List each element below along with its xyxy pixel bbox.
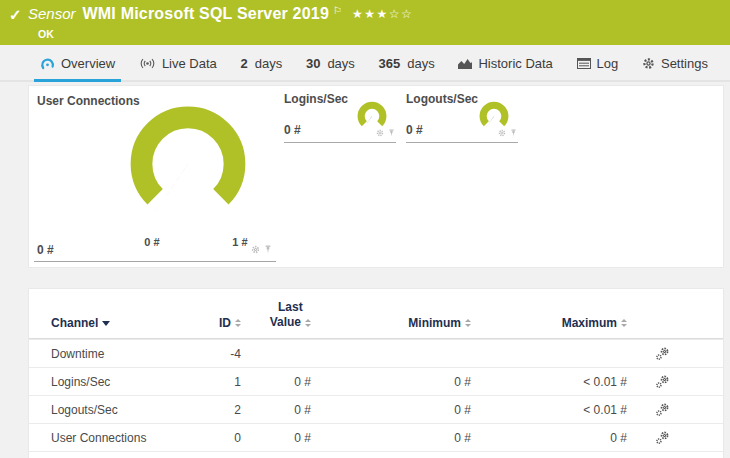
- column-header-id[interactable]: ID: [201, 316, 241, 330]
- log-list-icon: [577, 58, 591, 69]
- gauge-title: Logouts/Sec: [406, 92, 478, 106]
- gauge-title: User Connections: [37, 94, 140, 108]
- channel-last-value: 0 #: [241, 403, 311, 417]
- channel-maximum: < 0.01 #: [471, 403, 627, 417]
- channel-maximum: 0 #: [471, 431, 627, 445]
- channel-minimum: 0 #: [311, 403, 471, 417]
- tab-log[interactable]: Log: [571, 47, 625, 80]
- channel-name: User Connections: [51, 431, 201, 445]
- channel-id: 1: [201, 375, 241, 389]
- gauge-title: Logins/Sec: [284, 92, 348, 106]
- channel-name: Logouts/Sec: [51, 403, 201, 417]
- sensor-title-line: Sensor WMI Microsoft SQL Server 2019 ⚐ ★…: [28, 5, 413, 23]
- column-header-maximum[interactable]: Maximum: [471, 316, 627, 330]
- gauge-section-user-connections: User Connections 0 # 1 # 0 #: [34, 90, 276, 262]
- broadcast-icon: [139, 58, 156, 69]
- sensor-title: WMI Microsoft SQL Server 2019: [83, 5, 329, 23]
- channel-settings-gears-icon[interactable]: [655, 347, 670, 361]
- tab-bar: Overview Live Data 2 days 30 days 365 da…: [0, 47, 730, 82]
- column-header-minimum[interactable]: Minimum: [311, 316, 471, 330]
- table-header-row: Channel ID LastValue Minimum Maximum: [29, 289, 723, 339]
- sensor-overview-page: ✓ Sensor WMI Microsoft SQL Server 2019 ⚐…: [0, 0, 730, 458]
- tab-label: Overview: [61, 56, 115, 71]
- tab-settings[interactable]: Settings: [636, 47, 714, 80]
- channels-table: Channel ID LastValue Minimum Maximum Dow…: [29, 289, 723, 457]
- sensor-header-bar: ✓ Sensor WMI Microsoft SQL Server 2019 ⚐…: [0, 0, 730, 45]
- tab-label: Historic Data: [478, 56, 552, 71]
- tab-number: 2: [241, 56, 248, 71]
- pin-icon[interactable]: [264, 240, 272, 258]
- gear-icon[interactable]: [251, 240, 260, 258]
- tab-label: days: [407, 56, 434, 71]
- channel-settings-gears-icon[interactable]: [655, 403, 670, 417]
- gauge-section-logins: Logins/Sec 0 #: [284, 90, 396, 143]
- channel-last-value: 0 #: [241, 431, 311, 445]
- gear-icon: [642, 57, 655, 70]
- channel-settings-gears-icon[interactable]: [655, 375, 670, 389]
- tab-live-data[interactable]: Live Data: [133, 47, 223, 80]
- tab-label: Live Data: [162, 56, 217, 71]
- tab-historic-data[interactable]: Historic Data: [452, 47, 558, 80]
- channel-name: Downtime: [51, 347, 201, 361]
- table-row-logouts: Logouts/Sec 2 0 # 0 # < 0.01 #: [29, 395, 723, 423]
- gauge-current-value: 0 #: [37, 243, 54, 257]
- priority-stars[interactable]: ★★★☆☆: [352, 7, 413, 21]
- channel-id: 0: [201, 431, 241, 445]
- table-row-user-connections: User Connections 0 0 # 0 # 0 #: [29, 423, 723, 451]
- gear-icon[interactable]: [498, 123, 506, 141]
- gear-icon[interactable]: [376, 123, 384, 141]
- channels-table-panel: Channel ID LastValue Minimum Maximum Dow…: [28, 288, 724, 458]
- channel-id: -4: [201, 347, 241, 361]
- pin-icon[interactable]: [388, 123, 395, 141]
- area-chart-icon: [458, 58, 472, 69]
- tab-label: days: [327, 56, 354, 71]
- tab-label: days: [255, 56, 282, 71]
- table-row-downtime: Downtime -4: [29, 339, 723, 367]
- gauge-current-value: 0 #: [406, 123, 423, 137]
- gauges-panel: User Connections 0 # 1 # 0 # Logins/Sec …: [28, 85, 724, 268]
- tab-label: Settings: [661, 56, 708, 71]
- channel-minimum: 0 #: [311, 431, 471, 445]
- table-row-logins: Logins/Sec 1 0 # 0 # < 0.01 #: [29, 367, 723, 395]
- user-connections-gauge: [126, 104, 250, 228]
- channel-name: Logins/Sec: [51, 375, 201, 389]
- status-ok-check-icon: ✓: [9, 6, 22, 24]
- channel-minimum: 0 #: [311, 375, 471, 389]
- gauge-section-logouts: Logouts/Sec 0 #: [406, 90, 518, 143]
- channel-settings-gears-icon[interactable]: [655, 431, 670, 445]
- sensor-status-text: OK: [38, 28, 54, 40]
- column-header-last-value[interactable]: LastValue: [241, 300, 311, 330]
- sensor-kind-label: Sensor: [28, 5, 76, 22]
- tab-30-days[interactable]: 30 days: [300, 47, 361, 80]
- gauge-icon: [40, 57, 55, 70]
- tab-label: Log: [597, 56, 619, 71]
- tab-365-days[interactable]: 365 days: [373, 47, 441, 80]
- tab-number: 30: [306, 56, 320, 71]
- channel-last-value: 0 #: [241, 375, 311, 389]
- flag-icon[interactable]: ⚐: [333, 5, 342, 16]
- sort-desc-icon: [102, 321, 110, 326]
- gauge-current-value: 0 #: [284, 123, 301, 137]
- channel-id: 2: [201, 403, 241, 417]
- gauge-scale-min: 0 #: [134, 236, 170, 248]
- column-header-channel[interactable]: Channel: [51, 316, 110, 330]
- channel-maximum: < 0.01 #: [471, 375, 627, 389]
- tab-overview[interactable]: Overview: [34, 47, 121, 80]
- tab-2-days[interactable]: 2 days: [235, 47, 289, 80]
- sort-icon: [621, 319, 627, 327]
- pin-icon[interactable]: [510, 123, 517, 141]
- tab-number: 365: [379, 56, 401, 71]
